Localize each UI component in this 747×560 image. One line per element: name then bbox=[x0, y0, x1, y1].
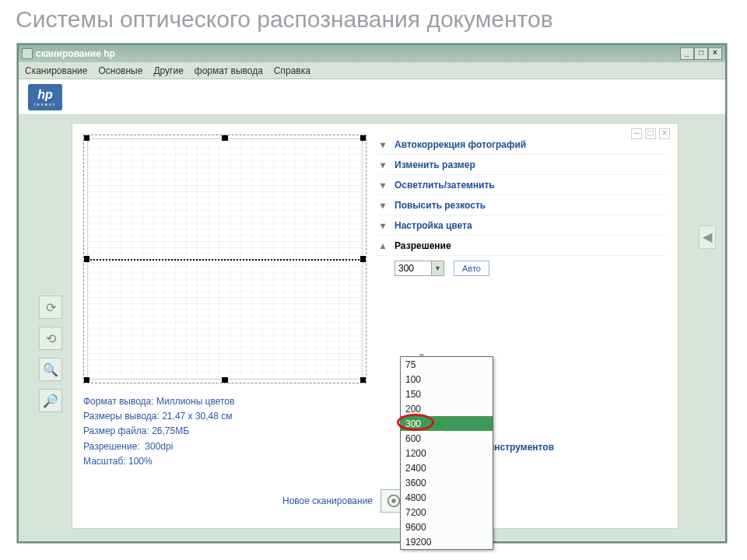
zoom-out-icon[interactable]: 🔎 bbox=[39, 389, 62, 412]
info-scale: Масштаб: 100% bbox=[83, 454, 371, 469]
chevron-down-icon bbox=[381, 139, 388, 150]
accordion-color[interactable]: Настройка цвета bbox=[377, 215, 667, 236]
logo-strip: hp invent bbox=[19, 79, 725, 115]
crop-handle-e[interactable] bbox=[360, 256, 366, 262]
window-controls: _ □ × bbox=[680, 47, 722, 60]
menubar: Сканирование Основные Другие формат выво… bbox=[19, 62, 725, 79]
window-title: сканирование hp bbox=[36, 48, 115, 59]
resolution-option[interactable]: 300 bbox=[401, 416, 493, 431]
accordion-resolution[interactable]: Разрешение bbox=[377, 236, 667, 256]
accordion-resize[interactable]: Изменить размер bbox=[377, 155, 667, 175]
resolution-option[interactable]: 100 bbox=[401, 372, 493, 387]
content-area: ⟳ ⟲ 🔍 🔎 ◀ – □ × bbox=[19, 117, 725, 541]
close-button[interactable]: × bbox=[708, 47, 722, 60]
accordion-label: Разрешение bbox=[395, 240, 451, 251]
info-output-format: Формат вывода: Миллионы цветов bbox=[83, 394, 371, 409]
accordion-label: Изменить размер bbox=[395, 159, 475, 170]
resolution-dropdown-list[interactable]: 7510015020030060012002400360048007200960… bbox=[400, 356, 493, 550]
slide-title: Системы оптического распознавания докуме… bbox=[0, 0, 747, 39]
accordion-label: Повысить резкость bbox=[395, 200, 486, 211]
info-file-size: Размер файла: 26,75МБ bbox=[83, 424, 371, 439]
menu-help[interactable]: Справка bbox=[274, 65, 310, 76]
menu-format[interactable]: формат вывода bbox=[195, 65, 263, 76]
chevron-down-icon bbox=[381, 200, 388, 211]
resolution-option[interactable]: 600 bbox=[401, 431, 493, 446]
output-info: Формат вывода: Миллионы цветов Размеры в… bbox=[83, 394, 371, 469]
minimize-button[interactable]: _ bbox=[680, 47, 694, 60]
chevron-down-icon bbox=[381, 180, 388, 191]
rotate-cw-icon[interactable]: ⟳ bbox=[39, 296, 62, 319]
info-resolution: Разрешение: 300dpi bbox=[83, 439, 371, 454]
titlebar[interactable]: сканирование hp _ □ × bbox=[19, 45, 725, 62]
new-scan-link[interactable]: Новое сканирование bbox=[282, 495, 373, 506]
accordion-autocorrect[interactable]: Автокоррекция фотографий bbox=[377, 135, 667, 155]
accordion-label: Осветлить/затемнить bbox=[395, 180, 495, 191]
maximize-button[interactable]: □ bbox=[694, 47, 708, 60]
resolution-body: 300 ▼ Авто bbox=[377, 256, 667, 278]
chevron-down-icon bbox=[381, 159, 388, 170]
crop-handle-w[interactable] bbox=[83, 256, 89, 262]
rotate-ccw-icon[interactable]: ⟲ bbox=[39, 327, 62, 350]
hp-scan-window: сканирование hp _ □ × Сканирование Основ… bbox=[17, 44, 727, 543]
resolution-option[interactable]: 9600 bbox=[401, 520, 493, 534]
chevron-down-icon bbox=[381, 220, 388, 231]
collapse-right-icon[interactable]: ◀ bbox=[699, 226, 716, 249]
dropdown-arrow-icon[interactable]: ▼ bbox=[431, 261, 444, 275]
resolution-option[interactable]: 7200 bbox=[401, 505, 493, 520]
accordion-label: Настройка цвета bbox=[395, 220, 472, 231]
resolution-option[interactable]: 75 bbox=[401, 357, 493, 372]
resolution-option[interactable]: 1200 bbox=[401, 446, 493, 460]
hp-logo-sub: invent bbox=[34, 102, 56, 107]
crop-handle-nw[interactable] bbox=[83, 135, 89, 141]
accordion-label: Автокоррекция фотографий bbox=[395, 139, 526, 150]
auto-button[interactable]: Авто bbox=[454, 261, 489, 276]
app-icon bbox=[22, 48, 33, 59]
crop-handle-n[interactable] bbox=[222, 135, 228, 141]
preview-column: Формат вывода: Миллионы цветов Размеры в… bbox=[83, 135, 371, 517]
crop-handle-s[interactable] bbox=[222, 377, 228, 383]
menu-scan[interactable]: Сканирование bbox=[25, 65, 87, 76]
crop-handle-ne[interactable] bbox=[360, 135, 366, 141]
resolution-option[interactable]: 3600 bbox=[401, 475, 493, 490]
info-output-size: Размеры вывода: 21,47 x 30,48 см bbox=[83, 409, 371, 424]
scan-preview[interactable] bbox=[83, 135, 366, 383]
resolution-select[interactable]: 300 ▼ bbox=[395, 261, 444, 276]
accordion-brightness[interactable]: Осветлить/затемнить bbox=[377, 175, 667, 195]
tool-rail: ⟳ ⟲ 🔍 🔎 bbox=[39, 296, 64, 412]
resolution-option[interactable]: 150 bbox=[401, 387, 493, 401]
menu-main[interactable]: Основные bbox=[98, 65, 142, 76]
hp-logo-icon: hp invent bbox=[28, 84, 62, 110]
inner-card: – □ × Формат вывода: Миллионы цветов bbox=[72, 123, 679, 529]
resolution-value: 300 bbox=[398, 263, 414, 274]
resolution-option[interactable]: 2400 bbox=[401, 460, 493, 475]
crop-handle-se[interactable] bbox=[360, 377, 366, 383]
accordion-sharpen[interactable]: Повысить резкость bbox=[377, 195, 667, 215]
zoom-in-icon[interactable]: 🔍 bbox=[39, 358, 62, 381]
resolution-option[interactable]: 200 bbox=[401, 401, 493, 416]
chevron-up-icon bbox=[381, 240, 388, 251]
hp-logo-text: hp bbox=[37, 88, 53, 102]
resolution-option[interactable]: 19200 bbox=[401, 534, 493, 549]
menu-other[interactable]: Другие bbox=[153, 65, 183, 76]
resolution-option[interactable]: 4800 bbox=[401, 490, 493, 505]
crop-handle-sw[interactable] bbox=[83, 377, 89, 383]
